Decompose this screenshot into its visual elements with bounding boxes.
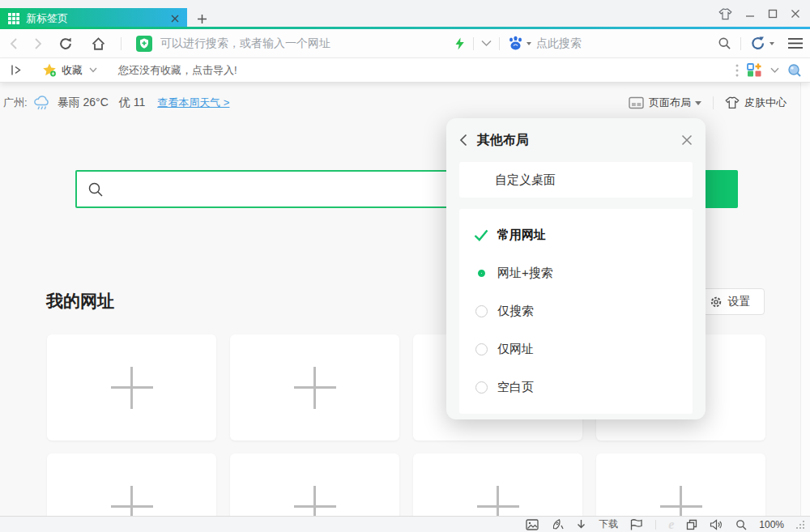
baidu-paw-icon[interactable] — [507, 36, 524, 51]
search-icon[interactable] — [718, 36, 731, 50]
speaker-icon[interactable] — [710, 519, 723, 530]
undo-icon[interactable] — [750, 36, 766, 51]
site-tile-add[interactable] — [47, 453, 216, 516]
radio-selected-icon — [472, 270, 490, 277]
skin-shirt-icon[interactable] — [718, 8, 732, 20]
plus-icon — [660, 486, 702, 517]
engine-hint-text: 点此搜索 — [536, 36, 582, 51]
rain-cloud-icon — [33, 95, 52, 112]
scrollbar[interactable] — [800, 83, 810, 516]
search-box-magnifier-icon — [87, 181, 104, 198]
custom-desktop-item[interactable]: 自定义桌面 — [459, 162, 693, 198]
tab-bar: 新标签页 — [0, 0, 810, 29]
radio-icon — [472, 305, 490, 317]
chevron-down-icon[interactable] — [481, 40, 492, 47]
layout-option-label: 仅搜索 — [497, 304, 534, 319]
site-tile-add[interactable] — [230, 453, 399, 516]
flag-banner-icon[interactable] — [630, 519, 643, 530]
tab-title: 新标签页 — [26, 11, 171, 26]
screenshot-ball-icon[interactable] — [787, 63, 802, 78]
tab-close-icon[interactable] — [171, 15, 179, 23]
toolbar: 可以进行搜索，或者输入一个网址 点此搜索 — [0, 29, 810, 58]
settings-label: 设置 — [728, 295, 751, 309]
plus-icon — [111, 367, 153, 409]
browser-window: 新标签页 — [0, 0, 810, 532]
ie-mode-icon[interactable]: e — [668, 518, 674, 531]
layout-option-blank-page[interactable]: 空白页 — [459, 368, 693, 406]
gear-icon — [710, 296, 723, 309]
layout-option-label: 网址+搜索 — [497, 266, 553, 281]
image-toggle-icon[interactable] — [526, 519, 539, 530]
layout-options-list: 常用网址 网址+搜索 仅搜索 仅网址 空白页 — [459, 209, 693, 414]
undo-caret-icon[interactable] — [770, 42, 774, 45]
refresh-icon[interactable] — [58, 36, 73, 51]
zoom-search-icon[interactable] — [735, 519, 747, 530]
search-engine-area[interactable]: 点此搜索 — [454, 29, 582, 57]
newtab-favicon-grid-icon — [8, 13, 19, 24]
back-icon[interactable] — [8, 37, 21, 50]
site-tile-add[interactable] — [596, 453, 765, 516]
page-layout-icon[interactable] — [629, 96, 644, 109]
site-tile-add[interactable] — [230, 334, 399, 440]
favorites-chevron-icon[interactable] — [89, 67, 97, 73]
extensions-chevron-icon[interactable] — [770, 67, 779, 74]
layout-option-sites-only[interactable]: 仅网址 — [459, 330, 693, 368]
my-sites-title: 我的网址 — [46, 290, 114, 313]
plus-icon — [477, 486, 519, 517]
maximize-icon[interactable] — [768, 9, 778, 19]
check-icon — [472, 229, 490, 241]
weather-widget: 广州: 暴雨 26°C 优 11 查看本周天气 > — [3, 92, 229, 113]
bookmarks-import-hint[interactable]: 您还没有收藏，点击导入! — [118, 63, 237, 78]
plus-icon — [294, 486, 336, 517]
layout-option-sites-search[interactable]: 网址+搜索 — [459, 254, 693, 292]
new-tab-button[interactable] — [193, 11, 211, 27]
home-icon[interactable] — [91, 36, 106, 51]
download-label[interactable]: 下载 — [599, 517, 618, 531]
radio-icon — [472, 343, 490, 355]
new-tab-page: 广州: 暴雨 26°C 优 11 查看本周天气 > 页面布局 皮肤中心 — [0, 83, 810, 516]
favorites-star-icon[interactable] — [42, 63, 57, 77]
popup-title: 其他布局 — [477, 132, 529, 149]
favorites-label[interactable]: 收藏 — [62, 63, 83, 78]
close-window-icon[interactable] — [791, 9, 800, 19]
custom-desktop-label: 自定义桌面 — [495, 172, 556, 188]
lightning-icon[interactable] — [454, 37, 466, 50]
site-tile-add[interactable] — [47, 334, 216, 440]
boost-rocket-icon[interactable] — [551, 518, 564, 530]
page-layout-label[interactable]: 页面布局 — [649, 96, 691, 110]
layout-option-label: 仅网址 — [497, 342, 534, 357]
layout-option-label: 常用网址 — [497, 228, 546, 243]
more-dots-icon[interactable] — [735, 64, 739, 77]
engine-caret-icon[interactable] — [526, 42, 531, 45]
skin-center-label[interactable]: 皮肤中心 — [744, 96, 787, 110]
zoom-level[interactable]: 100% — [759, 519, 784, 530]
layout-option-label: 空白页 — [497, 380, 534, 395]
page-layout-caret-icon[interactable] — [695, 101, 701, 105]
skin-center-shirt-icon[interactable] — [725, 96, 740, 109]
other-layouts-popup: 其他布局 自定义桌面 常用网址 网址+搜索 — [446, 118, 706, 419]
extensions-grid-icon[interactable] — [747, 63, 762, 77]
weather-condition: 暴雨 26°C — [58, 96, 109, 110]
forward-icon[interactable] — [31, 37, 44, 50]
menu-icon[interactable] — [787, 37, 804, 49]
download-arrow-icon[interactable] — [576, 519, 586, 530]
window-controls — [718, 5, 800, 23]
resize-grip-icon[interactable] — [796, 521, 804, 529]
layout-option-search-only[interactable]: 仅搜索 — [459, 292, 693, 330]
weather-air-quality: 优 11 — [119, 96, 145, 110]
site-tile-add[interactable] — [413, 453, 582, 516]
site-safety-shield-icon[interactable] — [136, 36, 152, 52]
weather-forecast-link[interactable]: 查看本周天气 > — [157, 96, 229, 110]
bookmarks-bar: 收藏 您还没有收藏，点击导入! — [0, 58, 810, 83]
radio-icon — [472, 381, 490, 394]
layout-option-common-sites[interactable]: 常用网址 — [459, 216, 693, 254]
minimize-icon[interactable] — [745, 9, 755, 19]
popup-close-icon[interactable] — [681, 134, 693, 146]
address-bar-placeholder[interactable]: 可以进行搜索，或者输入一个网址 — [160, 36, 330, 51]
window-mode-icon[interactable] — [686, 519, 697, 530]
plus-icon — [294, 367, 336, 409]
popup-back-icon[interactable] — [459, 134, 467, 147]
sidebar-toggle-icon[interactable] — [11, 64, 23, 76]
weather-city: 广州: — [3, 96, 28, 110]
status-bar: 下载 e 100% — [0, 516, 810, 532]
